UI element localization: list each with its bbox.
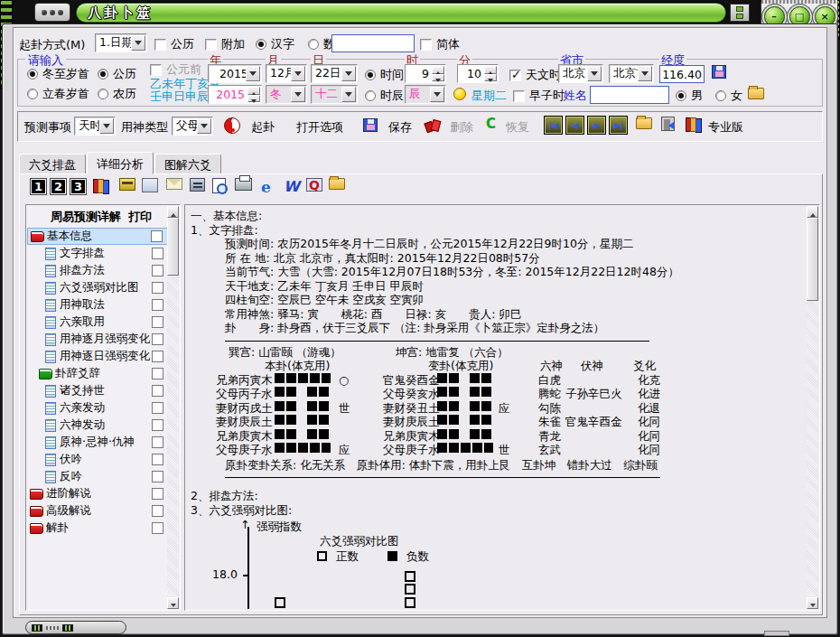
scroll-up-icon[interactable] xyxy=(167,206,179,218)
tree-item-基本信息[interactable]: 基本信息 xyxy=(27,228,168,245)
sidebar-scrollbar[interactable] xyxy=(167,206,179,609)
open-record-folder-icon[interactable] xyxy=(748,88,764,99)
gregorian-checkbox[interactable]: 公历 xyxy=(154,36,194,52)
bottom-right-grip[interactable] xyxy=(764,631,789,636)
nav-last-button[interactable]: ▶| xyxy=(609,116,628,135)
tree-item-反吟[interactable]: 反吟 xyxy=(27,468,168,485)
early-zi-checkbox[interactable]: 早子时 xyxy=(513,88,565,104)
print-checkbox[interactable] xyxy=(152,522,163,534)
lichun-radio[interactable]: 立春岁首 xyxy=(27,86,89,102)
save-location-icon[interactable] xyxy=(712,65,726,79)
delete-icon[interactable] xyxy=(425,117,439,131)
tree-item-伏吟[interactable]: 伏吟 xyxy=(27,451,168,468)
shichen-dropdown[interactable]: 辰 xyxy=(405,85,446,104)
hanzi-radio[interactable]: 汉字 xyxy=(256,36,294,52)
minute-spinner[interactable]: 10 xyxy=(457,64,499,83)
tree-item-用神逐日强弱变化[interactable]: 用神逐日强弱变化 xyxy=(27,348,168,365)
page1-icon[interactable]: 1 xyxy=(30,178,48,196)
lunar-day-dropdown[interactable]: 十二 xyxy=(311,85,358,104)
astronomical-time-checkbox[interactable]: 天文时 xyxy=(509,67,561,83)
open-options-button[interactable]: 打开选项 xyxy=(296,119,343,136)
nav-next-button[interactable]: ▶ xyxy=(587,116,606,135)
word-icon[interactable]: W xyxy=(284,178,302,196)
tree-item-排盘方法[interactable]: 排盘方法 xyxy=(27,262,168,279)
time-mode-radio[interactable]: 时间 xyxy=(365,67,404,83)
print-checkbox[interactable] xyxy=(152,265,163,276)
print-checkbox[interactable] xyxy=(152,471,163,482)
chevron-down-icon[interactable] xyxy=(197,118,211,134)
tab-图解六爻[interactable]: 图解六爻 xyxy=(154,154,221,174)
print-checkbox[interactable] xyxy=(152,248,163,259)
tree-item-诸爻持世[interactable]: 诸爻持世 xyxy=(27,382,168,399)
print-checkbox[interactable] xyxy=(151,230,163,242)
yinyang-icon[interactable] xyxy=(224,117,240,134)
tree-item-原神·忌神·仇神[interactable]: 原神·忌神·仇神 xyxy=(27,434,168,451)
print-checkbox[interactable] xyxy=(152,385,163,397)
print-checkbox[interactable] xyxy=(152,299,163,311)
shichen-mode-radio[interactable]: 时辰 xyxy=(365,88,404,104)
content-scrollbar[interactable] xyxy=(807,206,818,609)
lunar-month-dropdown[interactable]: 冬 xyxy=(266,85,307,104)
tree-item-用神取法[interactable]: 用神取法 xyxy=(27,296,168,314)
tree-item-文字排盘[interactable]: 文字排盘 xyxy=(27,245,168,262)
print-checkbox[interactable] xyxy=(152,419,163,431)
printer-icon[interactable] xyxy=(235,178,253,196)
year-dropdown[interactable]: 2015 xyxy=(208,64,262,83)
print-checkbox[interactable] xyxy=(152,488,163,500)
cast-hexagram-button[interactable]: 起卦 xyxy=(251,119,275,136)
library-icon[interactable] xyxy=(92,178,110,196)
ie-icon[interactable]: e xyxy=(261,178,279,196)
open-file-folder-icon[interactable] xyxy=(636,117,652,129)
folder-icon[interactable] xyxy=(329,178,347,196)
delete-button[interactable]: 删除 xyxy=(450,119,473,136)
scrollbar-thumb[interactable] xyxy=(807,218,818,301)
restore-button[interactable]: 恢复 xyxy=(506,119,529,136)
male-radio[interactable]: 男 xyxy=(676,88,703,104)
print-checkbox[interactable] xyxy=(152,351,163,362)
hour-spinner[interactable]: 9 xyxy=(405,64,446,83)
lunar-radio[interactable]: 农历 xyxy=(98,86,136,102)
page3-icon[interactable]: 3 xyxy=(70,178,88,196)
tree-item-六神发动[interactable]: 六神发动 xyxy=(27,417,168,434)
predict-subject-dropdown[interactable]: 天时 xyxy=(74,117,116,136)
exit-icon[interactable] xyxy=(661,117,675,131)
chevron-down-icon[interactable] xyxy=(341,87,356,102)
solar-radio[interactable]: 公历 xyxy=(98,66,136,82)
chevron-down-icon[interactable] xyxy=(291,87,305,102)
scroll-up-icon[interactable] xyxy=(807,206,818,218)
lunar-year-spinner[interactable]: 2015 xyxy=(208,85,262,104)
chevron-down-icon[interactable] xyxy=(638,66,652,81)
chevron-down-icon[interactable] xyxy=(246,66,260,81)
snapshot-icon[interactable]: Q xyxy=(306,178,324,196)
nav-prev-button[interactable]: ◀ xyxy=(565,116,584,135)
method-dropdown[interactable]: 1.日期 xyxy=(95,33,147,52)
day-dropdown[interactable]: 22日 xyxy=(311,64,358,83)
province-dropdown[interactable]: 北京 xyxy=(558,64,603,83)
print-checkbox[interactable] xyxy=(152,454,163,465)
tree-item-高级解说[interactable]: 高级解说 xyxy=(27,502,168,520)
archive-icon[interactable] xyxy=(190,178,208,196)
scroll-down-icon[interactable] xyxy=(167,597,179,609)
tree-item-卦辞爻辞[interactable]: 卦辞爻辞 xyxy=(27,365,168,382)
city-dropdown[interactable]: 北京市 xyxy=(609,64,654,83)
print-checkbox[interactable] xyxy=(152,402,163,414)
pro-version-button[interactable]: 专业版 xyxy=(708,119,743,136)
name-input[interactable] xyxy=(590,86,669,104)
yongshen-type-dropdown[interactable]: 父母 xyxy=(172,117,213,136)
print-checkbox[interactable] xyxy=(152,505,163,517)
tree-item-六亲发动[interactable]: 六亲发动 xyxy=(27,399,168,417)
tree-item-用神逐月强弱变化[interactable]: 用神逐月强弱变化 xyxy=(27,331,168,348)
tree-item-六爻强弱对比图[interactable]: 六爻强弱对比图 xyxy=(27,279,168,296)
scrollbar-thumb[interactable] xyxy=(167,218,179,276)
undo-icon[interactable]: C xyxy=(486,116,496,132)
dongzhi-radio[interactable]: 冬至岁首 xyxy=(27,66,89,82)
append-checkbox[interactable]: 附加 xyxy=(205,36,245,52)
tree-item-解卦[interactable]: 解卦 xyxy=(27,520,168,537)
print-checkbox[interactable] xyxy=(152,436,163,448)
print-checkbox[interactable] xyxy=(152,368,163,379)
print-preview-icon[interactable] xyxy=(212,178,230,196)
save-button[interactable]: 保存 xyxy=(388,119,412,136)
chevron-down-icon[interactable] xyxy=(587,66,602,81)
chevron-down-icon[interactable] xyxy=(430,87,444,102)
tree-item-六亲取用[interactable]: 六亲取用 xyxy=(27,314,168,331)
